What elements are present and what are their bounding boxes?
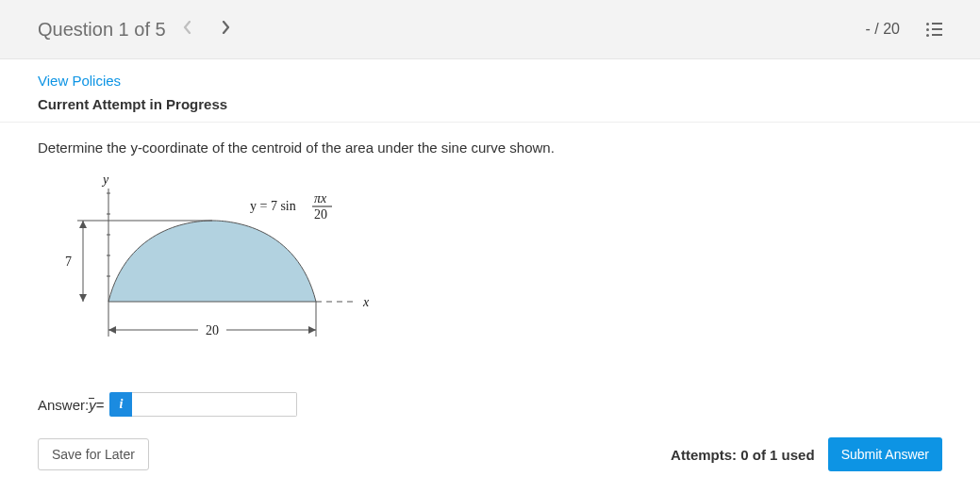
equation-prefix: y = 7 sin	[250, 199, 296, 213]
attempts-used: Attempts: 0 of 1 used	[671, 447, 815, 463]
prev-question-button[interactable]	[183, 21, 192, 38]
score-display: - / 20	[866, 21, 900, 38]
svg-marker-9	[79, 294, 87, 302]
info-icon[interactable]: i	[109, 392, 132, 417]
height-dimension: 7	[65, 255, 72, 269]
y-axis-label: y	[101, 174, 109, 187]
answer-equals: =	[96, 397, 105, 413]
answer-symbol: y	[89, 397, 96, 413]
view-policies-link[interactable]: View Policies	[38, 73, 121, 89]
question-counter: Question 1 of 5	[38, 19, 166, 41]
attempt-status: Current Attempt in Progress	[38, 96, 942, 112]
svg-marker-12	[108, 326, 116, 334]
save-for-later-button[interactable]: Save for Later	[38, 438, 149, 470]
equation-denominator: 20	[314, 207, 327, 222]
answer-input[interactable]	[132, 392, 297, 417]
question-list-icon[interactable]	[926, 23, 942, 37]
equation-numerator: πx	[314, 191, 327, 205]
width-dimension: 20	[206, 323, 219, 337]
svg-marker-8	[79, 221, 87, 228]
x-axis-label: x	[362, 295, 370, 309]
question-figure: y x 7 20 y = 7 sin	[38, 174, 942, 366]
answer-label: Answer:	[38, 397, 89, 413]
question-prompt: Determine the y-coordinate of the centro…	[38, 140, 942, 156]
svg-marker-13	[308, 326, 316, 334]
next-question-button[interactable]	[221, 21, 230, 38]
submit-answer-button[interactable]: Submit Answer	[828, 437, 942, 471]
